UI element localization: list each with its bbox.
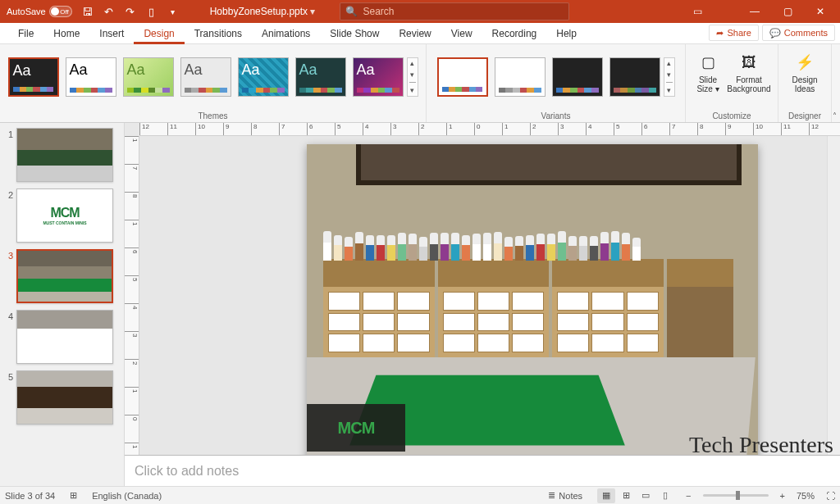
format-background-icon: 🖼 — [737, 51, 760, 74]
titlebar: AutoSave Off 🖫 ↶ ↷ ▯ ▾ HobbyZoneSetup.pp… — [0, 0, 840, 23]
document-title: HobbyZoneSetup.pptx ▾ — [185, 6, 340, 17]
thumbnail-5[interactable]: 5 — [3, 370, 121, 425]
theme-thumb-4[interactable]: Aa — [180, 57, 231, 97]
theme-thumb-1[interactable]: Aa — [8, 57, 59, 97]
themes-gallery[interactable]: Aa Aa Aa Aa Aa Aa Aa ▴▾▾ — [2, 44, 425, 109]
theme-thumb-6[interactable]: Aa — [295, 57, 346, 97]
designer-group-label: Designer — [788, 109, 821, 122]
variants-gallery[interactable]: ▴▾▾ — [431, 44, 682, 109]
slide-size-button[interactable]: ▢Slide Size ▾ — [692, 49, 724, 104]
workspace: 1 2MCMMUST CONTAIN MINIS 3 4 5 121110987… — [0, 123, 840, 486]
slide-size-icon: ▢ — [696, 51, 719, 74]
sorter-view-icon[interactable]: ⊞ — [617, 488, 635, 503]
thumbnail-3[interactable]: 3 — [3, 249, 121, 303]
fit-to-window-icon[interactable]: ⛶ — [826, 491, 835, 501]
tab-help[interactable]: Help — [546, 24, 587, 43]
save-icon[interactable]: 🖫 — [79, 2, 97, 21]
comment-icon: 💬 — [769, 28, 781, 39]
share-icon: ➦ — [716, 28, 724, 39]
notes-pane[interactable]: Click to add notes — [125, 455, 840, 486]
slide-thumbnails-panel[interactable]: 1 2MCMMUST CONTAIN MINIS 3 4 5 — [0, 123, 125, 486]
ribbon-tabs: File Home Insert Design Transitions Anim… — [0, 23, 840, 44]
themes-more-icon[interactable]: ▴▾▾ — [407, 57, 418, 97]
search-icon: 🔍 — [345, 6, 358, 17]
tab-home[interactable]: Home — [43, 24, 89, 43]
maximize-icon[interactable]: ▢ — [771, 0, 804, 23]
design-ideas-button[interactable]: ⚡Design Ideas — [785, 49, 824, 104]
variant-thumb-2[interactable] — [495, 57, 546, 97]
theme-thumb-5[interactable]: Aa — [238, 57, 289, 97]
notes-button[interactable]: ≣Notes — [545, 490, 586, 501]
variant-thumb-4[interactable] — [609, 57, 660, 97]
redo-icon[interactable]: ↷ — [121, 2, 139, 21]
statusbar: Slide 3 of 34 ⊞ English (Canada) ≣Notes … — [0, 486, 840, 504]
current-slide[interactable]: MCM — [307, 144, 758, 455]
reading-view-icon[interactable]: ▭ — [637, 488, 655, 503]
comments-button[interactable]: 💬Comments — [762, 25, 835, 41]
variants-more-icon[interactable]: ▴▾▾ — [664, 57, 675, 97]
minimize-icon[interactable]: — — [738, 0, 771, 23]
ruler-vertical: 17816543210123456789 — [125, 136, 139, 455]
scrollbar-vertical[interactable] — [827, 136, 840, 455]
autosave-toggle[interactable]: Off — [49, 6, 72, 17]
ribbon: Aa Aa Aa Aa Aa Aa Aa ▴▾▾ Themes ▴▾▾ Vari… — [0, 44, 840, 123]
variants-group-label: Variants — [541, 109, 571, 122]
ribbon-options-icon[interactable]: ▭ — [681, 0, 714, 23]
slide-canvas[interactable]: MCM — [139, 136, 827, 455]
slide-counter[interactable]: Slide 3 of 34 — [5, 491, 55, 501]
zoom-out-icon[interactable]: − — [686, 491, 691, 501]
thumbnail-2[interactable]: 2MCMMUST CONTAIN MINIS — [3, 188, 121, 243]
tab-animations[interactable]: Animations — [252, 24, 320, 43]
mcm-logo-overlay: MCM — [307, 404, 405, 452]
theme-thumb-3[interactable]: Aa — [123, 57, 174, 97]
tab-review[interactable]: Review — [389, 24, 441, 43]
variant-thumb-1[interactable] — [437, 57, 488, 97]
customize-group-label: Customize — [712, 109, 751, 122]
tab-design[interactable]: Design — [134, 25, 184, 44]
accessibility-icon[interactable]: ⊞ — [66, 490, 80, 501]
tab-view[interactable]: View — [441, 24, 482, 43]
zoom-level[interactable]: 75% — [797, 491, 815, 501]
tab-insert[interactable]: Insert — [89, 24, 134, 43]
autosave[interactable]: AutoSave Off — [3, 6, 75, 17]
language-indicator[interactable]: English (Canada) — [92, 491, 162, 501]
tab-recording[interactable]: Recording — [482, 24, 547, 43]
design-ideas-icon: ⚡ — [793, 51, 816, 74]
collapse-ribbon-icon[interactable]: ˄ — [833, 111, 837, 120]
edit-area: 1211109876543210123456789101112 17816543… — [125, 123, 840, 486]
qat-overflow-icon[interactable]: ▾ — [164, 2, 182, 21]
theme-thumb-7[interactable]: Aa — [353, 57, 404, 97]
ruler-horizontal: 1211109876543210123456789101112 — [139, 123, 840, 136]
variant-thumb-3[interactable] — [552, 57, 603, 97]
format-background-button[interactable]: 🖼Format Background — [727, 49, 771, 104]
zoom-slider[interactable] — [703, 494, 769, 497]
slideshow-view-icon[interactable]: ▯ — [656, 488, 674, 503]
themes-group-label: Themes — [198, 109, 227, 122]
tab-transitions[interactable]: Transitions — [185, 24, 252, 43]
tab-slideshow[interactable]: Slide Show — [320, 24, 389, 43]
normal-view-icon[interactable]: ▦ — [597, 488, 615, 503]
undo-icon[interactable]: ↶ — [100, 2, 118, 21]
zoom-in-icon[interactable]: + — [780, 491, 785, 501]
theme-thumb-2[interactable]: Aa — [66, 57, 116, 97]
autosave-label: AutoSave — [7, 7, 46, 16]
close-icon[interactable]: ✕ — [804, 0, 837, 23]
start-from-beginning-icon[interactable]: ▯ — [143, 2, 161, 21]
notes-icon: ≣ — [548, 490, 555, 501]
search-input[interactable]: 🔍 Search — [340, 2, 569, 20]
thumbnail-4[interactable]: 4 — [3, 310, 121, 364]
share-button[interactable]: ➦Share — [709, 25, 758, 41]
tab-file[interactable]: File — [8, 24, 43, 43]
thumbnail-1[interactable]: 1 — [3, 128, 121, 182]
